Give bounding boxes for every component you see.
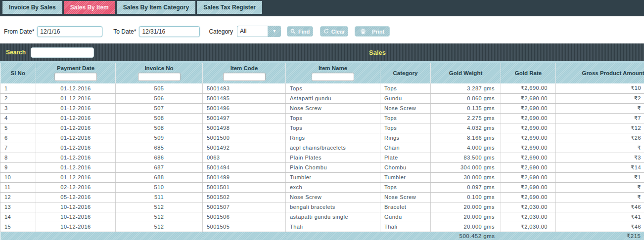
- cell-invoice-no: 511: [116, 192, 203, 202]
- cell-gold-rate: ₹2,690.00: [501, 83, 556, 93]
- table-row: 101-12-20165055001493TopsTops3.287 gms₹2…: [0, 83, 644, 93]
- cell-gold-rate: ₹2,690.00: [501, 143, 556, 153]
- total-gross-amount-value: ₹215: [556, 233, 641, 240]
- page-title: Sales: [369, 49, 386, 56]
- cell-item-code: 5001499: [203, 172, 286, 182]
- cell-item-name: Tumbler: [286, 172, 380, 182]
- table-row: 1310-12-20165125001507bengali braceletsB…: [0, 202, 644, 212]
- cell-sl: 9: [0, 162, 36, 172]
- cell-payment-date: 01-12-2016: [36, 172, 116, 182]
- cell-item-code: 5001500: [203, 133, 286, 143]
- category-select[interactable]: All ▼: [237, 26, 281, 37]
- cell-category: Nose Screw: [380, 103, 431, 113]
- col-header-item-code: Item Code: [203, 63, 286, 83]
- filter-item-name-input[interactable]: [312, 73, 354, 81]
- cell-payment-date: 02-12-2016: [36, 182, 116, 192]
- category-select-value: All: [237, 26, 268, 37]
- print-button[interactable]: Print: [355, 26, 390, 37]
- cell-item-name: acpl chains/bracelets: [286, 143, 380, 153]
- tab-invoice-by-sales[interactable]: Invoice By Sales: [2, 1, 62, 14]
- cell-payment-date: 01-12-2016: [36, 83, 116, 93]
- cell-sl: 10: [0, 172, 36, 182]
- cell-gross: ₹: [556, 192, 644, 202]
- to-date-input[interactable]: [139, 26, 200, 37]
- cell-gold-rate: ₹2,690.00: [501, 113, 556, 123]
- col-header-invoice-no: Invoice No: [116, 63, 203, 83]
- cell-gross: ₹: [556, 103, 644, 113]
- table-header: Sl No Payment Date Invoice No Item Code …: [0, 63, 644, 83]
- cell-payment-date: 01-12-2016: [36, 113, 116, 123]
- cell-gold-weight: 0.100 gms: [431, 192, 501, 202]
- cell-gold-weight: 4.032 gms: [431, 123, 501, 133]
- cell-gold-weight: 30.000 gms: [431, 172, 501, 182]
- cell-item-code: 5001505: [203, 222, 286, 232]
- table-row: 901-12-20166875001494Plain ChombuChombu3…: [0, 162, 644, 172]
- cell-item-code: 5001493: [203, 83, 286, 93]
- cell-gold-weight: 3.287 gms: [431, 83, 501, 93]
- cell-invoice-no: 686: [116, 153, 203, 162]
- search-input[interactable]: [31, 47, 94, 58]
- cell-sl: 11: [0, 182, 36, 192]
- col-header-payment-date: Payment Date: [36, 63, 116, 83]
- cell-payment-date: 10-12-2016: [36, 222, 116, 232]
- totals-row: 500.452 gms ₹215: [0, 232, 644, 240]
- cell-payment-date: 01-12-2016: [36, 143, 116, 153]
- tab-sales-tax-register[interactable]: Sales Tax Register: [197, 1, 262, 14]
- table-row: 201-12-20165065001495Astapatti gunduGund…: [0, 93, 644, 103]
- find-button[interactable]: Find: [287, 26, 313, 37]
- table-row: 1205-12-20165115001502Nose ScrewNose Scr…: [0, 192, 644, 202]
- cell-gross: ₹46: [556, 222, 644, 232]
- clear-button[interactable]: Clear: [320, 26, 348, 37]
- cell-gold-weight: 8.166 gms: [431, 133, 501, 143]
- refresh-icon: [323, 29, 329, 34]
- cell-sl: 1: [0, 83, 36, 93]
- cell-gold-rate: ₹2,690.00: [501, 162, 556, 172]
- cell-category: Gundu: [380, 93, 431, 103]
- cell-payment-date: 01-12-2016: [36, 153, 116, 162]
- cell-category: Gundu: [380, 212, 431, 222]
- cell-payment-date: 01-12-2016: [36, 103, 116, 113]
- cell-gold-rate: ₹2,690.00: [501, 172, 556, 182]
- filter-invoice-no-input[interactable]: [138, 73, 181, 81]
- tab-sales-by-item[interactable]: Sales By Item: [64, 1, 115, 14]
- col-header-category: Category: [380, 63, 431, 83]
- cell-sl: 3: [0, 103, 36, 113]
- cell-gold-rate: ₹2,690.00: [501, 123, 556, 133]
- table-row: 701-12-20166855001492acpl chains/bracele…: [0, 143, 644, 153]
- cell-gold-rate: ₹2,690.00: [501, 93, 556, 103]
- cell-payment-date: 01-12-2016: [36, 133, 116, 143]
- cell-category: Bracelet: [380, 202, 431, 212]
- cell-item-code: 5001492: [203, 143, 286, 153]
- col-header-item-name-label: Item Name: [319, 65, 347, 71]
- cell-gold-rate: ₹2,690.00: [501, 103, 556, 113]
- clear-button-label: Clear: [331, 29, 345, 35]
- cell-payment-date: 01-12-2016: [36, 93, 116, 103]
- cell-item-code: 5001501: [203, 182, 286, 192]
- cell-payment-date: 10-12-2016: [36, 202, 116, 212]
- cell-invoice-no: 505: [116, 83, 203, 93]
- cell-gold-rate: ₹2,690.00: [501, 153, 556, 162]
- cell-sl: 5: [0, 123, 36, 133]
- cell-category: Tops: [380, 182, 431, 192]
- from-date-input[interactable]: [37, 26, 102, 37]
- cell-gross: ₹12: [556, 123, 644, 133]
- tab-sales-by-item-category[interactable]: Sales By Item Category: [117, 1, 195, 14]
- cell-payment-date: 01-12-2016: [36, 123, 116, 133]
- cell-gold-weight: 20.000 gms: [431, 202, 501, 212]
- cell-gross: ₹3: [556, 153, 644, 162]
- cell-invoice-no: 508: [116, 123, 203, 133]
- cell-sl: 12: [0, 192, 36, 202]
- cell-item-code: 5001506: [203, 212, 286, 222]
- filter-item-code-input[interactable]: [223, 73, 266, 81]
- filter-payment-date-input[interactable]: [54, 73, 97, 81]
- cell-gross: ₹: [556, 143, 644, 153]
- cell-category: Rings: [380, 133, 431, 143]
- col-header-item-code-label: Item Code: [230, 65, 258, 71]
- cell-gold-rate: ₹2,030.00: [501, 222, 556, 232]
- col-header-gold-weight: Gold Weight: [431, 63, 501, 83]
- cell-item-code: 5001496: [203, 103, 286, 113]
- chevron-down-icon[interactable]: ▼: [268, 26, 281, 37]
- cell-gross: ₹7: [556, 113, 644, 123]
- cell-category: Tops: [380, 113, 431, 123]
- cell-item-code: 5001507: [203, 202, 286, 212]
